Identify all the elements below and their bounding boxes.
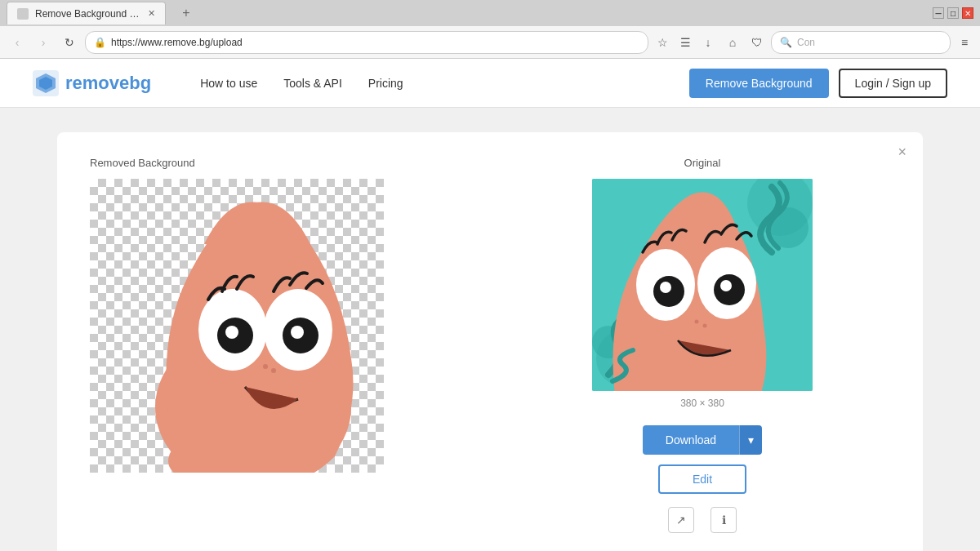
bottom-action-icons: ↗ ℹ — [668, 507, 737, 533]
svg-point-23 — [720, 280, 732, 291]
close-button[interactable]: ✕ — [962, 7, 973, 19]
original-title: Original — [684, 157, 721, 169]
login-signup-button[interactable]: Login / Sign up — [839, 69, 947, 98]
nav-links: How to use Tools & API Pricing — [200, 77, 403, 90]
tab-title: Remove Background from ... — [35, 8, 141, 20]
nav-tools-api[interactable]: Tools & API — [283, 77, 342, 90]
close-card-button[interactable]: × — [898, 144, 906, 161]
result-panels: Removed Background — [90, 157, 890, 533]
browser-search-box[interactable]: 🔍 Con — [771, 31, 951, 54]
site-navbar: removebg How to use Tools & API Pricing … — [0, 59, 980, 108]
svg-point-24 — [695, 320, 699, 324]
svg-point-11 — [271, 368, 276, 373]
result-card: × Removed Background — [57, 132, 923, 551]
original-image — [592, 179, 813, 391]
minimize-button[interactable]: ─ — [933, 7, 944, 19]
edit-button[interactable]: Edit — [658, 464, 746, 494]
removed-bg-title: Removed Background — [90, 157, 466, 169]
nav-how-to-use[interactable]: How to use — [200, 77, 257, 90]
url-bar[interactable]: 🔒 https://www.remove.bg/upload — [85, 31, 648, 54]
back-button[interactable]: ‹ — [7, 32, 28, 53]
logo-text: removebg — [65, 73, 151, 94]
download-button[interactable]: Download — [643, 425, 739, 455]
reload-button[interactable]: ↻ — [59, 32, 80, 53]
svg-point-9 — [291, 326, 304, 339]
svg-point-25 — [703, 324, 707, 328]
menu-icon[interactable]: ≡ — [956, 33, 973, 51]
window-controls: ─ □ ✕ — [933, 7, 973, 19]
tab-close-btn[interactable]: ✕ — [148, 8, 155, 19]
svg-point-22 — [660, 282, 671, 293]
image-size: 380 × 380 — [680, 398, 724, 409]
home-button[interactable]: ⌂ — [722, 32, 743, 53]
new-tab-button[interactable]: + — [176, 2, 197, 24]
nav-pricing[interactable]: Pricing — [368, 77, 403, 90]
page-content: removebg How to use Tools & API Pricing … — [0, 59, 980, 551]
address-bar: ‹ › ↻ 🔒 https://www.remove.bg/upload ☆ ☰… — [0, 26, 980, 59]
forward-button[interactable]: › — [33, 32, 54, 53]
title-bar: Remove Background from ... ✕ + ─ □ ✕ — [0, 0, 980, 26]
secure-icon: 🔒 — [94, 37, 106, 48]
url-text: https://www.remove.bg/upload — [111, 37, 639, 48]
browser-window: Remove Background from ... ✕ + ─ □ ✕ ‹ ›… — [0, 0, 980, 551]
share-icon[interactable]: ↗ — [668, 507, 694, 533]
original-panel: Original — [514, 157, 890, 533]
download-area: Download ▾ — [643, 425, 762, 455]
removed-bg-panel: Removed Background — [90, 157, 466, 533]
search-text: Con — [797, 37, 942, 48]
nav-actions: Remove Background Login / Sign up — [689, 69, 947, 98]
main-content: × Removed Background — [0, 108, 980, 551]
removed-bg-image — [90, 179, 384, 473]
browser-tab[interactable]: Remove Background from ... ✕ — [7, 2, 166, 24]
svg-point-10 — [263, 364, 268, 369]
shield-icon[interactable]: 🛡 — [748, 33, 766, 51]
bookmark-icon[interactable]: ☆ — [653, 33, 671, 51]
maximize-button[interactable]: □ — [947, 7, 959, 19]
reader-icon[interactable]: ☰ — [676, 33, 694, 51]
logo-icon — [33, 70, 59, 96]
download-arrow-button[interactable]: ▾ — [739, 425, 762, 455]
logo[interactable]: removebg — [33, 70, 151, 96]
svg-point-8 — [225, 326, 238, 339]
download-icon[interactable]: ↓ — [699, 33, 717, 51]
info-icon[interactable]: ℹ — [710, 507, 737, 533]
tab-favicon — [17, 8, 29, 20]
remove-background-button[interactable]: Remove Background — [689, 69, 829, 98]
